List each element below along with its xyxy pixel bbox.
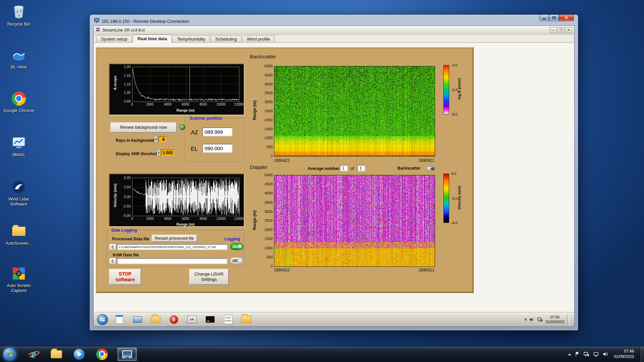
desktop-icon-autoscreen[interactable]: AutoScreen... bbox=[3, 223, 35, 246]
tick-label: 1000 bbox=[265, 136, 273, 140]
raw-logging-toggle[interactable]: OFF bbox=[230, 257, 244, 264]
raw-path-browse-button[interactable]: C bbox=[109, 258, 116, 264]
backscatter-doppler-switch[interactable] bbox=[426, 166, 435, 171]
desktop-icon-auto-screen-capture[interactable]: Auto Screen Capture bbox=[3, 265, 35, 293]
data-logging-title: Data Logging bbox=[110, 228, 139, 233]
app-close-button[interactable]: ✕ bbox=[565, 27, 572, 33]
el-value-field[interactable]: 090.000 bbox=[202, 144, 232, 153]
app-restore-button[interactable]: ❐ bbox=[557, 27, 565, 33]
tab-wind-profile[interactable]: Wind profile bbox=[242, 36, 275, 42]
background-led-indicator[interactable] bbox=[179, 124, 185, 130]
remote-taskbar-cmd-icon[interactable] bbox=[203, 314, 217, 325]
windows-explorer-icon bbox=[51, 350, 62, 358]
doppler-canvas[interactable] bbox=[274, 175, 435, 267]
close-button[interactable]: ✕ bbox=[559, 15, 574, 21]
tick-label: 2000 bbox=[265, 118, 273, 122]
tick-label: -3.0 bbox=[451, 63, 458, 67]
network-icon[interactable] bbox=[584, 352, 589, 357]
tab-real-time-data[interactable]: Real time data bbox=[133, 35, 172, 43]
remote-taskbar-folder-icon[interactable] bbox=[239, 314, 253, 325]
action-center-flag-icon[interactable] bbox=[575, 352, 580, 357]
host-time: 07:49 bbox=[614, 349, 634, 354]
raw-path-field[interactable] bbox=[117, 258, 227, 264]
tab-system-setup[interactable]: System setup bbox=[96, 36, 132, 42]
rdp-titlebar[interactable]: 192.168.0.150 - Remote Desktop Connectio… bbox=[90, 15, 578, 25]
remote-hidden-icons-chevron[interactable] bbox=[523, 318, 526, 321]
renew-background-button[interactable]: Renew background now bbox=[110, 122, 177, 133]
change-lidar-settings-button[interactable]: Change LiDAR Settings bbox=[189, 269, 229, 285]
stop-software-button[interactable]: STOP software bbox=[109, 269, 141, 285]
az-value-field[interactable]: 089.999 bbox=[202, 127, 232, 136]
show-desktop-button[interactable] bbox=[640, 346, 644, 362]
remote-network-icon[interactable] bbox=[537, 317, 543, 322]
tab-temp-humidity[interactable]: Temp/humidity bbox=[172, 36, 210, 42]
velocity-chart: Velocity (m/s) 5.002.500.00-2.50-5.00 02… bbox=[109, 174, 245, 227]
start-button[interactable] bbox=[3, 347, 17, 361]
taskbar-clock[interactable]: 07:49 01/09/2023 bbox=[614, 349, 634, 359]
volume-icon[interactable] bbox=[603, 352, 608, 356]
desktop-icon-label: Auto Screen Capture bbox=[3, 283, 35, 293]
taskbar-button-media-player[interactable] bbox=[72, 348, 87, 361]
hidden-icons-chevron[interactable] bbox=[568, 352, 571, 355]
desktop-icon-chrome[interactable]: Google Chrome bbox=[3, 90, 35, 113]
backscatter-canvas[interactable] bbox=[274, 66, 435, 157]
remote-start-button[interactable] bbox=[97, 314, 108, 325]
tick-label: 0.00 bbox=[124, 195, 130, 198]
stop-line1: STOP bbox=[119, 271, 131, 277]
ascope-plot[interactable] bbox=[132, 67, 239, 102]
desktop-icon-wind-lidar[interactable]: Wind Lidar Software bbox=[3, 178, 35, 207]
folder-icon bbox=[3, 223, 35, 240]
remote-taskbar-power-icon[interactable] bbox=[167, 314, 180, 325]
tab-page: A-scope 1.201.151.101.050.99 02000400060… bbox=[94, 43, 574, 312]
remote-clock[interactable]: 07:50 01/09/2023 bbox=[546, 315, 564, 324]
processed-path-field[interactable]: C:\Lidar\Data\Proc\2023\202309\20230901\… bbox=[117, 244, 227, 250]
velocity-plot[interactable] bbox=[132, 178, 239, 216]
remote-volume-icon[interactable] bbox=[529, 317, 534, 322]
app-minimize-button[interactable]: — bbox=[550, 27, 557, 33]
tick-label: 1000 bbox=[265, 246, 273, 250]
taskbar-button-explorer[interactable] bbox=[49, 348, 64, 361]
processed-path-browse-button[interactable]: C bbox=[109, 244, 116, 250]
recycle-bin-icon bbox=[3, 3, 35, 21]
host-taskbar: e 07:49 01/09/2023 bbox=[0, 346, 644, 362]
desktop-icon-bl-view[interactable]: BL-View bbox=[3, 46, 35, 70]
remote-taskbar-app-icon[interactable] bbox=[131, 314, 144, 325]
ascope-y-axis: 1.201.151.101.050.99 bbox=[116, 67, 130, 101]
display-icon[interactable] bbox=[593, 352, 599, 357]
el-label: EL bbox=[191, 146, 198, 153]
tick-label: -5.5 bbox=[451, 88, 458, 92]
tick-label: 2.50 bbox=[124, 185, 130, 189]
desktop-icon-recycle-bin[interactable]: Recycle Bin bbox=[3, 3, 35, 27]
taskbar-button-internet-explorer[interactable]: e bbox=[26, 348, 41, 361]
average-count-field[interactable]: 1 bbox=[357, 165, 365, 171]
remote-taskbar-notepad-icon[interactable] bbox=[113, 314, 126, 325]
remote-taskbar-scan-sched-icon[interactable]: Scansched bbox=[221, 314, 235, 325]
processed-data-file-label: Processed Data file bbox=[112, 237, 149, 241]
minimize-button[interactable] bbox=[539, 15, 549, 21]
doppler-x-start: 2890422 bbox=[274, 268, 290, 273]
rays-value[interactable]: 8 bbox=[158, 136, 166, 142]
tick-label: 5.00 bbox=[124, 176, 130, 180]
restart-processed-file-button[interactable]: Restart processed file bbox=[152, 235, 197, 242]
tick-label: 1500 bbox=[265, 127, 273, 131]
tick-label: -0.0 bbox=[451, 196, 458, 200]
taskbar-button-remote-desktop[interactable] bbox=[117, 348, 137, 361]
doppler-y-axis-label: Range (m) bbox=[252, 200, 257, 240]
remote-taskbar-streamline-xr-icon[interactable]: XR bbox=[185, 314, 199, 325]
remote-taskbar-autoscreen-icon[interactable] bbox=[149, 314, 162, 325]
taskbar-button-chrome[interactable] bbox=[95, 348, 109, 361]
tick-label: 500 bbox=[267, 145, 273, 149]
maximize-button[interactable] bbox=[549, 15, 559, 21]
rays-spinner[interactable] bbox=[154, 136, 158, 142]
snr-value[interactable]: 1.002 bbox=[161, 149, 174, 156]
snr-spinner[interactable] bbox=[157, 149, 160, 156]
tick-label: 3000 bbox=[265, 209, 273, 214]
app-titlebar[interactable]: StreamLine XR v14-6.vi — ❐ ✕ bbox=[94, 26, 574, 35]
desktop-icon-mw41[interactable]: MW41 bbox=[3, 134, 35, 158]
tick-label: 5000 bbox=[265, 173, 273, 177]
average-number-field[interactable]: 1 bbox=[340, 165, 348, 171]
processed-logging-toggle[interactable]: ON bbox=[230, 243, 244, 250]
tab-scheduling[interactable]: Scheduling bbox=[211, 36, 241, 42]
tick-label: 1500 bbox=[265, 237, 273, 241]
remote-show-desktop-button[interactable] bbox=[567, 314, 570, 325]
